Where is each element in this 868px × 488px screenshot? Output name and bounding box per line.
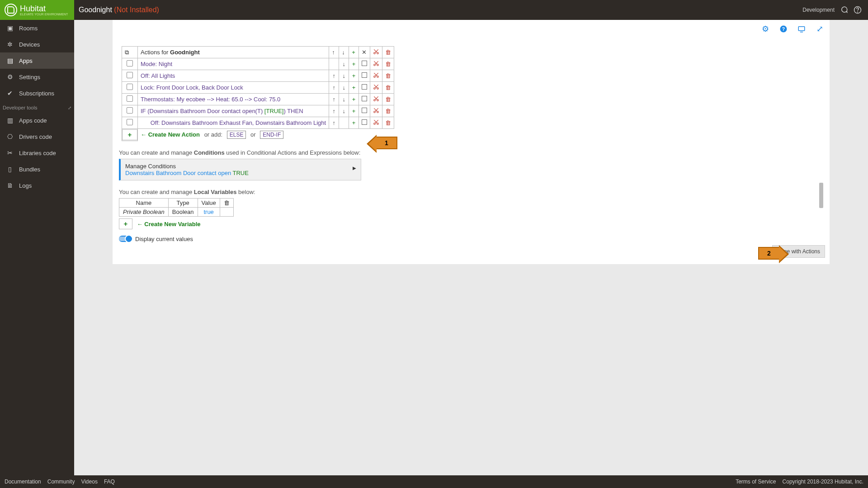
scrollbar-handle[interactable] <box>819 183 823 208</box>
cut-icon[interactable] <box>370 82 382 94</box>
chat-icon[interactable] <box>840 6 848 14</box>
action-text[interactable]: IF (Downstairs Bathroom Door contact ope… <box>138 105 329 117</box>
stop-icon[interactable] <box>359 58 370 70</box>
row-checkbox[interactable] <box>127 72 133 78</box>
sidebar-item-apps-code[interactable]: ▥Apps code <box>0 112 74 128</box>
delete-icon[interactable]: 🗑 <box>382 70 394 82</box>
add-icon[interactable]: + <box>349 70 359 82</box>
move-down-icon[interactable]: ↓ <box>339 105 349 117</box>
page-title-name: Goodnight <box>79 6 112 14</box>
sidebar-item-drivers-code[interactable]: ⎔Drivers code <box>0 128 74 145</box>
libraries-code-icon: ✂ <box>5 149 14 157</box>
subscriptions-icon: ✔ <box>5 89 14 97</box>
action-text[interactable]: Thermostats: My ecobee --> Heat: 65.0 --… <box>138 94 329 105</box>
delete-icon[interactable]: 🗑 <box>382 94 394 105</box>
variables-table: Name Type Value 🗑 Private Boolean Boolea… <box>119 198 234 217</box>
stop-icon[interactable] <box>359 117 370 129</box>
delete-icon[interactable]: 🗑 <box>382 105 394 117</box>
manage-conditions-box[interactable]: Manage Conditions Downstairs Bathroom Do… <box>119 159 361 180</box>
move-down-icon[interactable]: ↓ <box>339 94 349 105</box>
add-icon[interactable]: + <box>349 105 359 117</box>
logo[interactable]: Hubitat ELEVATE YOUR ENVIRONMENT <box>0 0 74 20</box>
sidebar-item-subscriptions[interactable]: ✔Subscriptions <box>0 85 74 101</box>
add-icon[interactable]: + <box>349 82 359 94</box>
add-icon[interactable]: + <box>349 94 359 105</box>
row-checkbox[interactable] <box>127 119 133 125</box>
row-checkbox[interactable] <box>127 84 133 90</box>
tos-link[interactable]: Terms of Service <box>736 479 776 485</box>
delete-icon[interactable]: 🗑 <box>382 82 394 94</box>
add-action-button[interactable]: + <box>122 129 137 140</box>
sidebar-item-devices[interactable]: ✲Devices <box>0 36 74 52</box>
var-delete-cell[interactable] <box>220 207 233 216</box>
add-all[interactable]: + <box>349 47 359 58</box>
create-action-link[interactable]: ← Create New Action <box>141 131 200 138</box>
add-icon[interactable]: + <box>349 117 359 129</box>
stop-icon[interactable] <box>359 82 370 94</box>
action-text[interactable]: Mode: Night <box>138 58 329 70</box>
move-up-all[interactable]: ↑ <box>329 47 339 58</box>
sidebar-item-label: Logs <box>19 182 32 189</box>
else-button[interactable]: ELSE <box>227 131 246 139</box>
endif-button[interactable]: END-IF <box>260 131 283 139</box>
sidebar-item-label: Apps code <box>19 117 47 124</box>
row-checkbox[interactable] <box>127 95 133 102</box>
footer-link-community[interactable]: Community <box>47 479 75 485</box>
move-up-icon[interactable]: ↑ <box>329 70 339 82</box>
gear-icon[interactable]: ⚙ <box>761 24 770 33</box>
close-all[interactable]: ✕ <box>359 47 370 58</box>
copy-all-icon[interactable]: ⧉ <box>125 49 129 56</box>
collapse-icon[interactable]: ⤢ <box>68 105 71 110</box>
help-icon[interactable] <box>854 6 862 14</box>
cut-icon[interactable] <box>370 58 382 70</box>
add-icon[interactable]: + <box>349 58 359 70</box>
help-circle-icon[interactable]: ? <box>779 24 788 33</box>
cut-icon[interactable] <box>370 105 382 117</box>
row-checkbox[interactable] <box>127 107 133 114</box>
expand-icon[interactable]: ⤢ <box>815 24 824 33</box>
move-down-icon[interactable]: ↓ <box>339 58 349 70</box>
delete-icon[interactable]: 🗑 <box>382 58 394 70</box>
move-up-icon[interactable]: ↑ <box>329 117 339 129</box>
delete-all[interactable]: 🗑 <box>382 47 394 58</box>
display-values-toggle[interactable] <box>119 236 132 242</box>
sidebar-item-apps[interactable]: ▤Apps <box>0 52 74 69</box>
footer-link-videos[interactable]: Videos <box>81 479 97 485</box>
var-delete-header[interactable]: 🗑 <box>220 198 233 207</box>
drivers-code-icon: ⎔ <box>5 133 14 141</box>
action-text[interactable]: Off: All Lights <box>138 70 329 82</box>
action-text[interactable]: Off: Downstairs Bathroom Exhaust Fan, Do… <box>138 117 329 129</box>
bottombar: DocumentationCommunityVideosFAQ Terms of… <box>0 475 868 488</box>
move-down-icon[interactable]: ↓ <box>339 70 349 82</box>
cut-icon[interactable] <box>370 94 382 105</box>
create-variable-link[interactable]: ← Create New Variable <box>137 221 201 227</box>
footer-link-documentation[interactable]: Documentation <box>5 479 41 485</box>
delete-icon[interactable]: 🗑 <box>382 117 394 129</box>
add-variable-button[interactable]: + <box>119 218 132 229</box>
move-up-icon <box>329 58 339 70</box>
cut-icon[interactable] <box>370 70 382 82</box>
sidebar-item-label: Apps <box>19 57 33 64</box>
sidebar-item-logs[interactable]: 🗎Logs <box>0 177 74 194</box>
move-up-icon[interactable]: ↑ <box>329 94 339 105</box>
cut-all[interactable] <box>370 47 382 58</box>
move-down-all[interactable]: ↓ <box>339 47 349 58</box>
sidebar-item-settings[interactable]: ⚙Settings <box>0 69 74 85</box>
variable-row: Private Boolean Boolean true <box>119 207 234 216</box>
move-up-icon[interactable]: ↑ <box>329 82 339 94</box>
move-down-icon[interactable]: ↓ <box>339 82 349 94</box>
sidebar-item-rooms[interactable]: ▣Rooms <box>0 20 74 36</box>
move-up-icon[interactable]: ↑ <box>329 105 339 117</box>
footer-link-faq[interactable]: FAQ <box>104 479 115 485</box>
cut-icon[interactable] <box>370 117 382 129</box>
var-value[interactable]: true <box>198 207 220 216</box>
stop-icon[interactable] <box>359 94 370 105</box>
sidebar-item-libraries-code[interactable]: ✂Libraries code <box>0 145 74 161</box>
dev-tools-header[interactable]: Developer tools ⤢ <box>0 101 74 112</box>
screen-icon[interactable] <box>797 24 806 33</box>
action-text[interactable]: Lock: Front Door Lock, Back Door Lock <box>138 82 329 94</box>
sidebar-item-bundles[interactable]: ▯Bundles <box>0 161 74 177</box>
stop-icon[interactable] <box>359 105 370 117</box>
stop-icon[interactable] <box>359 70 370 82</box>
row-checkbox[interactable] <box>127 60 133 66</box>
